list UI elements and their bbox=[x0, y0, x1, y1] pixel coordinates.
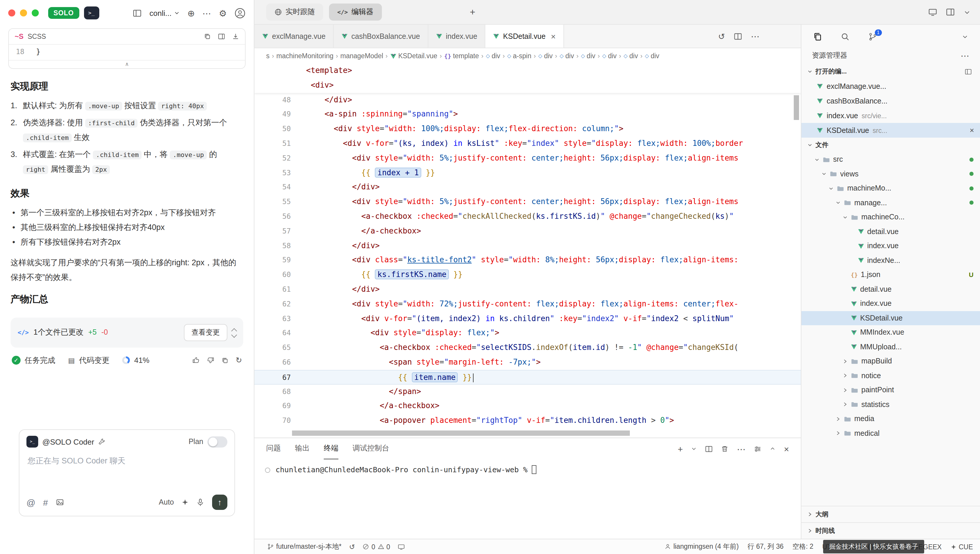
tree-item-manage...[interactable]: manage... bbox=[802, 196, 980, 210]
thumbs-up-icon[interactable] bbox=[192, 356, 200, 364]
sync-changes-icon[interactable]: ↺ bbox=[349, 543, 355, 550]
breadcrumb-item-s[interactable]: s bbox=[266, 52, 270, 59]
close-tab-icon[interactable]: × bbox=[551, 32, 555, 41]
problems-indicator[interactable]: 0 0 bbox=[363, 543, 390, 550]
panel-more-icon[interactable]: ⋯ bbox=[737, 444, 746, 453]
breadcrumb-item-div[interactable]: ◇div bbox=[645, 52, 659, 59]
layout-sidebar-icon[interactable] bbox=[133, 8, 142, 18]
hash-icon[interactable]: # bbox=[43, 497, 48, 507]
code-line[interactable]: 55 <div style="width: 5%;justify-content… bbox=[255, 195, 801, 209]
close-window-button[interactable] bbox=[8, 10, 15, 16]
expand-collapse-icon[interactable] bbox=[232, 328, 236, 337]
breadcrumb-item-div[interactable]: ◇div bbox=[581, 52, 595, 59]
code-line[interactable]: 50 <div style="width: 100%;display: flex… bbox=[255, 122, 801, 136]
code-line[interactable]: 48 </div> bbox=[255, 93, 801, 107]
tree-item-statistics[interactable]: statistics bbox=[802, 397, 980, 412]
collapse-chevron-icon[interactable] bbox=[964, 8, 970, 16]
tree-item-views[interactable]: views bbox=[802, 167, 980, 181]
image-attach-icon[interactable] bbox=[56, 498, 64, 506]
split-editor-icon[interactable] bbox=[734, 32, 742, 40]
code-line[interactable]: 49 <a-spin :spinning="spanning"> bbox=[255, 107, 801, 122]
timeline-history-icon[interactable]: ↺ bbox=[718, 32, 725, 40]
open-editors-actions-icon[interactable] bbox=[965, 68, 972, 75]
breadcrumb-item-machineMonitoring[interactable]: machineMonitoring bbox=[277, 52, 333, 59]
toggle-panel-icon[interactable] bbox=[946, 8, 955, 16]
editor-tab-KSDetail.vue[interactable]: KSDetail.vue× bbox=[485, 25, 564, 48]
tree-item-machineMo...[interactable]: machineMo... bbox=[802, 181, 980, 196]
code-line[interactable]: 52 <div style="width: 5%;justify-content… bbox=[255, 151, 801, 166]
cue-indicator[interactable]: CUE bbox=[950, 543, 973, 550]
panel-tab-调试控制台[interactable]: 调试控制台 bbox=[353, 438, 389, 459]
git-blame-indicator[interactable]: liangmingsen (4 年前) bbox=[665, 542, 738, 551]
cursor-position-indicator[interactable]: 行 67, 列 36 bbox=[748, 542, 784, 551]
breadcrumb-item-div[interactable]: ◇div bbox=[602, 52, 617, 59]
tree-item-notice[interactable]: notice bbox=[802, 369, 980, 383]
source-control-icon[interactable]: 1 bbox=[869, 32, 877, 41]
close-panel-icon[interactable]: × bbox=[784, 444, 789, 453]
regenerate-icon[interactable]: ↻ bbox=[235, 356, 242, 364]
tree-item-paintPoint[interactable]: paintPoint bbox=[802, 383, 980, 397]
maximize-panel-icon[interactable] bbox=[770, 446, 776, 452]
breadcrumb-item-div[interactable]: ◇div bbox=[486, 52, 500, 59]
code-line[interactable]: 70 <a-popover placement="rightTop" v-if=… bbox=[255, 414, 801, 428]
view-changes-button[interactable]: 查看变更 bbox=[184, 324, 228, 341]
tab-live-follow[interactable]: 实时跟随 bbox=[266, 3, 323, 21]
code-editor[interactable]: <template> <div> 48 </div>49 <a-spin :sp… bbox=[255, 64, 801, 437]
split-terminal-icon[interactable] bbox=[705, 445, 713, 453]
horizontal-scrollbar[interactable] bbox=[292, 431, 630, 436]
breadcrumb-item-a-spin[interactable]: ◇a-spin bbox=[507, 52, 531, 59]
close-editor-icon[interactable]: × bbox=[970, 126, 974, 135]
open-editor-KSDetail.vue[interactable]: KSDetail.vuesrc...× bbox=[802, 123, 980, 137]
code-line[interactable]: 59 <div class="ks-title-font2" style="wi… bbox=[255, 253, 801, 268]
code-line[interactable]: 62 <div style="width: 72%;justify-conten… bbox=[255, 297, 801, 312]
tree-item-medical[interactable]: medical bbox=[802, 426, 980, 441]
tree-item-1.json[interactable]: {}1.jsonU bbox=[802, 268, 980, 282]
solo-terminal-icon[interactable]: >_ bbox=[84, 6, 99, 19]
editor-tab-index.vue[interactable]: index.vue bbox=[428, 25, 485, 48]
code-line[interactable]: <template> bbox=[255, 64, 801, 78]
open-editor-exclManage.vue...[interactable]: exclManage.vue... bbox=[802, 79, 980, 94]
plan-toggle[interactable] bbox=[207, 436, 228, 447]
code-line[interactable]: 51 <div v-for="(ks, index) in ksList" :k… bbox=[255, 136, 801, 151]
code-line[interactable]: 68 </span> bbox=[255, 384, 801, 399]
tree-item-indexNe...[interactable]: indexNe... bbox=[802, 253, 980, 268]
agent-name[interactable]: @SOLO Coder bbox=[42, 437, 94, 446]
sidebar-views-chevron-icon[interactable] bbox=[962, 33, 968, 40]
new-terminal-icon[interactable]: + bbox=[678, 444, 683, 453]
panel-settings-icon[interactable] bbox=[754, 445, 761, 453]
open-editors-header[interactable]: 打开的编... bbox=[802, 64, 980, 79]
tools-icon[interactable] bbox=[99, 438, 105, 445]
code-line[interactable]: 64 <div style="display: flex;"> bbox=[255, 326, 801, 341]
new-chat-icon[interactable]: ⊕ bbox=[188, 8, 195, 18]
settings-gear-icon[interactable]: ⚙ bbox=[219, 8, 227, 18]
files-section-header[interactable]: 文件 bbox=[802, 137, 980, 152]
breadcrumb-item-div[interactable]: ◇div bbox=[624, 52, 638, 59]
open-editor-cashBoxBalance...[interactable]: cashBoxBalance... bbox=[802, 94, 980, 108]
model-auto-label[interactable]: Auto bbox=[159, 498, 174, 506]
panel-tab-问题[interactable]: 问题 bbox=[266, 438, 281, 459]
code-line[interactable]: 63 <div v-for="(item, index2) in ks.chil… bbox=[255, 311, 801, 326]
ports-monitor-icon[interactable] bbox=[398, 543, 405, 550]
code-line[interactable]: <div> bbox=[255, 78, 801, 93]
terminal-dropdown-icon[interactable] bbox=[691, 446, 697, 452]
breadcrumb-item-manageModel[interactable]: manageModel bbox=[340, 52, 383, 59]
microphone-icon[interactable] bbox=[196, 498, 204, 506]
indentation-indicator[interactable]: 空格: 2 bbox=[792, 542, 813, 551]
more-options-icon[interactable]: ⋯ bbox=[202, 8, 211, 18]
thumbs-down-icon[interactable] bbox=[207, 356, 215, 364]
code-line[interactable]: 60 {{ ks.firstKS.name }} bbox=[255, 268, 801, 282]
panel-tab-输出[interactable]: 输出 bbox=[295, 438, 310, 459]
tree-item-src[interactable]: src bbox=[802, 152, 980, 167]
tree-item-KSDetail.vue[interactable]: KSDetail.vue bbox=[802, 311, 980, 325]
editor-tab-cashBoxBalance.vue[interactable]: cashBoxBalance.vue bbox=[334, 25, 428, 48]
tree-item-detail.vue[interactable]: detail.vue bbox=[802, 282, 980, 296]
collapse-snippet-button[interactable]: ∧ bbox=[9, 60, 245, 68]
project-switcher[interactable]: conli... bbox=[150, 8, 180, 18]
tree-item-machineCo...[interactable]: machineCo... bbox=[802, 210, 980, 224]
copy-icon[interactable] bbox=[204, 33, 211, 40]
send-button[interactable]: ↑ bbox=[212, 495, 228, 510]
tree-item-mapBuild[interactable]: mapBuild bbox=[802, 354, 980, 369]
breadcrumb-item-div[interactable]: ◇div bbox=[538, 52, 552, 59]
panel-tab-终端[interactable]: 终端 bbox=[324, 438, 339, 459]
mention-icon[interactable]: @ bbox=[26, 497, 35, 507]
